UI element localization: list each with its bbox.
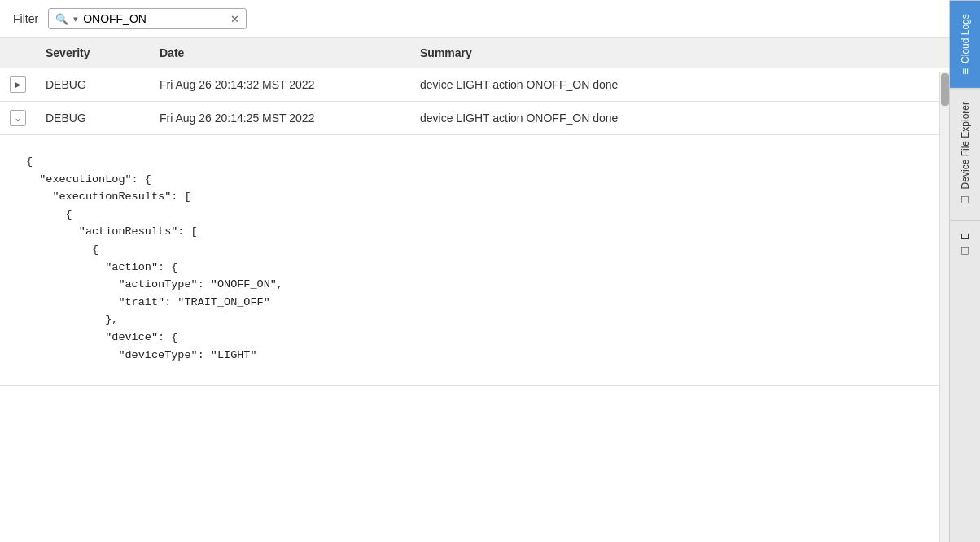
filter-label: Filter xyxy=(13,12,38,25)
row2-date: Fri Aug 26 20:14:25 MST 2022 xyxy=(150,102,410,135)
scrollbar-thumb[interactable] xyxy=(941,73,949,106)
expanded-json-row: { "executionLog": { "executionResults": … xyxy=(0,135,949,386)
table-row: ⌄ DEBUG Fri Aug 26 20:14:25 MST 2022 dev… xyxy=(0,102,949,135)
log-table: Severity Date Summary ► DEBUG Fri Aug 26… xyxy=(0,38,949,386)
log-table-container: Severity Date Summary ► DEBUG Fri Aug 26… xyxy=(0,38,949,386)
filter-bar: Filter 🔍 ▾ ✕ xyxy=(0,0,949,38)
row1-expand-button[interactable]: ► xyxy=(10,76,26,93)
search-icon: 🔍 xyxy=(55,13,68,25)
cloud-logs-label: Cloud Logs xyxy=(960,14,971,63)
extra-label: E xyxy=(960,234,971,240)
summary-col-header: Summary xyxy=(410,38,949,68)
row1-summary: device LIGHT action ONOFF_ON done xyxy=(410,68,949,102)
sidebar-tab-extra[interactable]: □ E xyxy=(950,220,980,271)
expander-col-header xyxy=(0,38,36,68)
cloud-logs-icon: ≡ xyxy=(959,68,972,75)
sidebar-tab-cloud-logs[interactable]: ≡ Cloud Logs xyxy=(950,0,980,88)
json-content-cell: { "executionLog": { "executionResults": … xyxy=(0,135,949,386)
row1-severity: DEBUG xyxy=(36,68,150,102)
json-content: { "executionLog": { "executionResults": … xyxy=(10,143,939,377)
extra-icon: □ xyxy=(959,245,972,258)
scrollbar[interactable] xyxy=(939,72,949,542)
row2-expand-button[interactable]: ⌄ xyxy=(10,110,26,126)
filter-dropdown-icon[interactable]: ▾ xyxy=(73,14,78,24)
sidebar-tab-device-file-explorer[interactable]: □ Device File Explorer xyxy=(950,88,980,220)
severity-col-header: Severity xyxy=(36,38,150,68)
row1-date: Fri Aug 26 20:14:32 MST 2022 xyxy=(150,68,410,102)
filter-input-wrapper: 🔍 ▾ ✕ xyxy=(48,8,247,29)
device-file-explorer-icon: □ xyxy=(959,194,972,207)
date-col-header: Date xyxy=(150,38,410,68)
row2-expander-cell: ⌄ xyxy=(0,102,36,135)
clear-filter-icon[interactable]: ✕ xyxy=(230,13,239,25)
device-file-explorer-label: Device File Explorer xyxy=(960,102,971,189)
table-header-row: Severity Date Summary xyxy=(0,38,949,68)
row2-summary: device LIGHT action ONOFF_ON done xyxy=(410,102,949,135)
right-sidebar: ≡ Cloud Logs □ Device File Explorer □ E xyxy=(949,0,980,542)
row1-expander-cell: ► xyxy=(0,68,36,102)
filter-input[interactable] xyxy=(83,12,225,25)
row2-severity: DEBUG xyxy=(36,102,150,135)
table-row: ► DEBUG Fri Aug 26 20:14:32 MST 2022 dev… xyxy=(0,68,949,102)
